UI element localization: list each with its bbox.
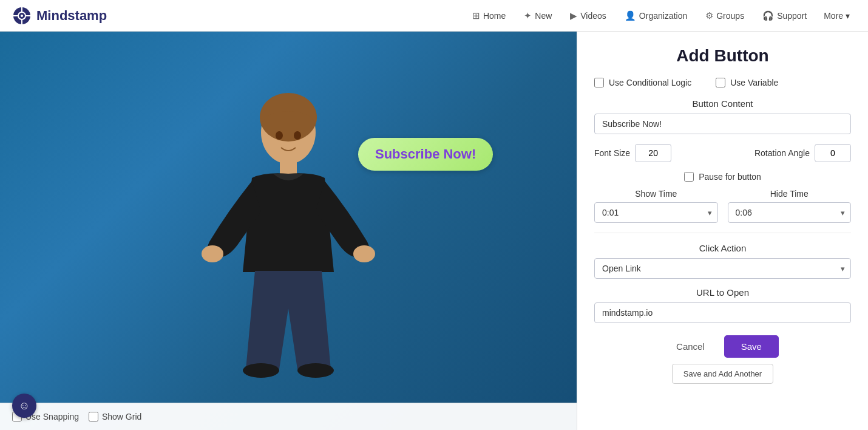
pause-row: Pause for button xyxy=(594,172,851,182)
svg-point-12 xyxy=(243,363,279,378)
rotation-angle-label: Rotation Angle xyxy=(754,148,810,158)
show-time-group: Show Time 0:01 0:020:030:040:05 xyxy=(594,189,718,223)
person-figure xyxy=(167,78,410,394)
conditional-logic-option[interactable]: Use Conditional Logic xyxy=(594,78,691,87)
nav-groups-label: Groups xyxy=(716,11,744,21)
url-label: URL to Open xyxy=(594,287,851,298)
nav-videos-label: Videos xyxy=(580,11,606,21)
show-time-select-wrap: 0:01 0:020:030:040:05 xyxy=(594,202,718,223)
click-action-select[interactable]: Open Link Jump to Time Show Message Subm… xyxy=(594,258,851,279)
use-variable-checkbox[interactable] xyxy=(716,78,725,87)
hide-time-select[interactable]: 0:06 0:070:080:090:10 xyxy=(728,202,852,223)
url-input[interactable] xyxy=(594,302,851,323)
video-area: Subscribe Now! Use Snapping Show Grid xyxy=(0,32,577,430)
font-size-label: Font Size xyxy=(594,148,630,158)
click-action-section: Click Action Open Link Jump to Time Show… xyxy=(594,243,851,279)
hide-time-label: Hide Time xyxy=(728,189,852,199)
video-background: Subscribe Now! xyxy=(0,32,577,430)
button-content-label: Button Content xyxy=(594,98,851,109)
home-icon: ⊞ xyxy=(472,10,480,21)
button-content-input[interactable] xyxy=(594,114,851,134)
svg-point-14 xyxy=(276,131,283,140)
hide-time-select-wrap: 0:06 0:070:080:090:10 xyxy=(728,202,852,223)
show-grid-label: Show Grid xyxy=(102,412,141,421)
show-time-label: Show Time xyxy=(594,189,718,199)
actions-row: Cancel Save xyxy=(594,335,851,358)
svg-point-10 xyxy=(202,245,223,262)
video-controls: Use Snapping Show Grid xyxy=(0,403,577,430)
conditional-logic-label: Use Conditional Logic xyxy=(609,78,691,87)
feedback-button[interactable]: ☺ xyxy=(12,394,36,418)
svg-point-11 xyxy=(353,245,375,262)
nav-support-label: Support xyxy=(777,11,807,21)
new-icon: ✦ xyxy=(524,10,532,21)
font-size-group: Font Size xyxy=(594,144,671,162)
cancel-button[interactable]: Cancel xyxy=(666,335,714,358)
pause-label: Pause for button xyxy=(699,172,761,182)
nav-org-label: Organization xyxy=(639,11,687,21)
nav-items: ⊞ Home ✦ New ▶ Videos 👤 Organization ⚙ G… xyxy=(465,7,856,25)
nav-support[interactable]: 🎧 Support xyxy=(755,7,814,25)
show-time-select[interactable]: 0:01 0:020:030:040:05 xyxy=(594,202,718,223)
subscribe-overlay-button[interactable]: Subscribe Now! xyxy=(358,138,493,171)
rotation-angle-input[interactable] xyxy=(815,144,851,162)
click-action-select-wrap: Open Link Jump to Time Show Message Subm… xyxy=(594,258,851,279)
svg-point-2 xyxy=(21,15,23,17)
panel-title: Add Button xyxy=(594,46,851,66)
nav-organization[interactable]: 👤 Organization xyxy=(617,7,694,25)
save-button[interactable]: Save xyxy=(724,335,779,358)
videos-icon: ▶ xyxy=(570,10,577,21)
rotation-angle-group: Rotation Angle xyxy=(754,144,851,162)
conditional-logic-checkbox[interactable] xyxy=(594,78,604,87)
options-row: Use Conditional Logic Use Variable xyxy=(594,78,851,87)
pause-checkbox[interactable] xyxy=(684,172,694,182)
nav-new-label: New xyxy=(535,11,552,21)
nav-more[interactable]: More ▾ xyxy=(818,7,856,24)
nav-home[interactable]: ⊞ Home xyxy=(465,7,513,25)
save-add-button[interactable]: Save and Add Another xyxy=(672,364,773,384)
subscribe-overlay-text: Subscribe Now! xyxy=(375,146,476,162)
support-icon: 🎧 xyxy=(762,10,774,21)
show-grid-group[interactable]: Show Grid xyxy=(89,412,141,421)
divider xyxy=(594,233,851,233)
nav-new[interactable]: ✦ New xyxy=(517,7,559,25)
nav-groups[interactable]: ⚙ Groups xyxy=(698,7,751,25)
svg-point-13 xyxy=(297,363,334,378)
nav-home-label: Home xyxy=(483,11,506,21)
use-variable-option[interactable]: Use Variable xyxy=(716,78,778,87)
nav-videos[interactable]: ▶ Videos xyxy=(563,7,614,25)
logo[interactable]: Mindstamp xyxy=(12,6,107,26)
groups-icon: ⚙ xyxy=(705,10,713,21)
hide-time-group: Hide Time 0:06 0:070:080:090:10 xyxy=(728,189,852,223)
main-layout: Subscribe Now! Use Snapping Show Grid Ad… xyxy=(0,32,868,430)
time-row: Show Time 0:01 0:020:030:040:05 Hide Tim… xyxy=(594,189,851,223)
button-content-section: Button Content xyxy=(594,98,851,134)
use-variable-label: Use Variable xyxy=(730,78,778,87)
click-action-label: Click Action xyxy=(594,243,851,253)
svg-point-15 xyxy=(294,131,301,140)
show-grid-checkbox[interactable] xyxy=(89,412,98,421)
feedback-icon: ☺ xyxy=(19,400,30,412)
font-rotation-row: Font Size Rotation Angle xyxy=(594,144,851,162)
org-icon: 👤 xyxy=(625,10,636,21)
url-section: URL to Open xyxy=(594,287,851,323)
font-size-input[interactable] xyxy=(635,144,671,162)
add-button-panel: Add Button Use Conditional Logic Use Var… xyxy=(577,32,868,430)
logo-text: Mindstamp xyxy=(36,8,107,24)
